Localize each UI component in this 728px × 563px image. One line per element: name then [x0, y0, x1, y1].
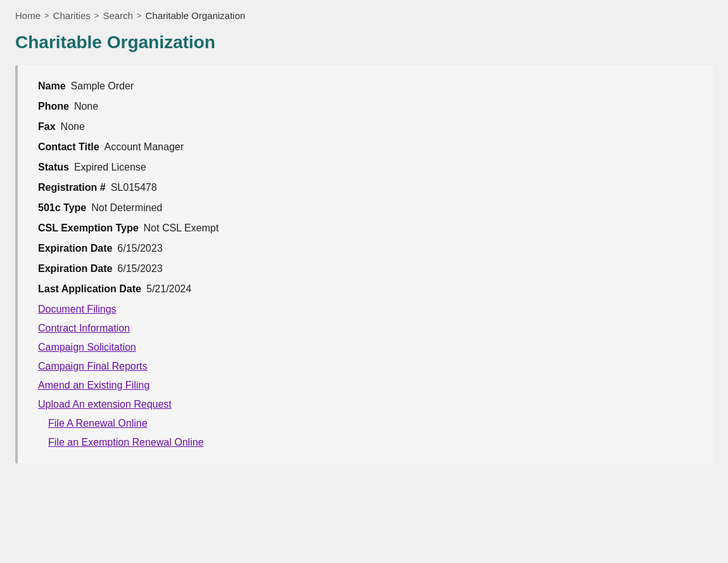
field-label-last-application-date: Last Application Date — [38, 283, 141, 295]
breadcrumb-home[interactable]: Home — [15, 10, 41, 21]
breadcrumb: Home > Charities > Search > Charitable O… — [15, 10, 713, 21]
field-status: Status Expired License — [38, 162, 693, 173]
page-title: Charitable Organization — [15, 32, 713, 53]
field-value-501c-type: Not Determined — [91, 202, 162, 214]
field-last-application-date: Last Application Date 5/21/2024 — [38, 283, 693, 295]
link-document-filings[interactable]: Document Filings — [38, 304, 693, 315]
link-contract-information[interactable]: Contract Information — [38, 323, 693, 334]
field-label-name: Name — [38, 81, 66, 92]
field-label-expiration-date-1: Expiration Date — [38, 243, 112, 254]
field-value-fax: None — [61, 121, 85, 133]
field-value-expiration-date-2: 6/15/2023 — [117, 263, 162, 275]
field-value-contact-title: Account Manager — [105, 141, 184, 153]
link-amend-existing-filing[interactable]: Amend an Existing Filing — [38, 380, 693, 391]
field-label-phone: Phone — [38, 101, 69, 112]
field-501c-type: 501c Type Not Determined — [38, 202, 693, 214]
field-label-expiration-date-2: Expiration Date — [38, 263, 112, 275]
field-value-name: Sample Order — [71, 81, 134, 92]
field-label-status: Status — [38, 162, 69, 173]
field-phone: Phone None — [38, 101, 693, 112]
field-value-last-application-date: 5/21/2024 — [146, 283, 191, 295]
breadcrumb-sep-2: > — [94, 11, 99, 20]
field-label-registration: Registration # — [38, 182, 106, 193]
field-registration: Registration # SL015478 — [38, 182, 693, 193]
breadcrumb-sep-3: > — [137, 11, 142, 20]
field-fax: Fax None — [38, 121, 693, 133]
field-label-csl-exemption-type: CSL Exemption Type — [38, 223, 139, 234]
field-expiration-date-2: Expiration Date 6/15/2023 — [38, 263, 693, 275]
field-value-registration: SL015478 — [111, 182, 157, 193]
breadcrumb-current: Charitable Organization — [146, 10, 246, 21]
field-label-fax: Fax — [38, 121, 56, 133]
field-name: Name Sample Order — [38, 81, 693, 92]
breadcrumb-search[interactable]: Search — [103, 10, 133, 21]
link-campaign-final-reports[interactable]: Campaign Final Reports — [38, 361, 693, 372]
page-wrapper: Home > Charities > Search > Charitable O… — [0, 0, 728, 474]
field-value-status: Expired License — [74, 162, 146, 173]
breadcrumb-charities[interactable]: Charities — [53, 10, 91, 21]
field-contact-title: Contact Title Account Manager — [38, 141, 693, 153]
link-file-exemption-renewal-online[interactable]: File an Exemption Renewal Online — [48, 437, 693, 448]
field-value-csl-exemption-type: Not CSL Exempt — [144, 223, 219, 234]
fields-section: Name Sample Order Phone None Fax None Co… — [38, 81, 693, 295]
field-csl-exemption-type: CSL Exemption Type Not CSL Exempt — [38, 223, 693, 234]
content-card: Name Sample Order Phone None Fax None Co… — [15, 65, 713, 463]
field-expiration-date-1: Expiration Date 6/15/2023 — [38, 243, 693, 254]
field-label-contact-title: Contact Title — [38, 141, 99, 153]
link-campaign-solicitation[interactable]: Campaign Solicitation — [38, 342, 693, 353]
field-value-expiration-date-1: 6/15/2023 — [117, 243, 162, 254]
link-upload-extension-request[interactable]: Upload An extension Request — [38, 399, 693, 410]
field-value-phone: None — [74, 101, 98, 112]
field-label-501c-type: 501c Type — [38, 202, 86, 214]
breadcrumb-sep-1: > — [44, 11, 49, 20]
link-file-renewal-online[interactable]: File A Renewal Online — [48, 418, 693, 429]
links-section: Document Filings Contract Information Ca… — [38, 304, 693, 448]
